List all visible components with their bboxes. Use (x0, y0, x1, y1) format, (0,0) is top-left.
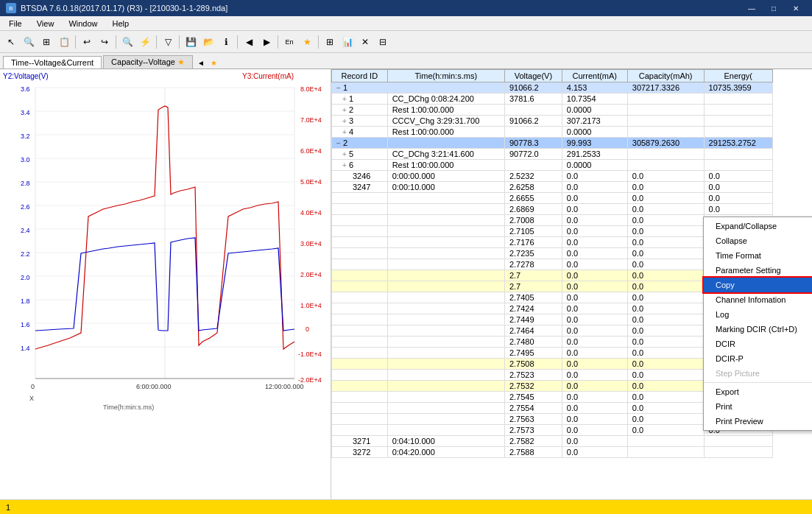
toolbar-btn-star[interactable]: ★ (299, 34, 315, 50)
menu-file[interactable]: File (3, 18, 28, 29)
ctx-dcir-p[interactable]: DCIR-P (704, 351, 812, 366)
menu-window[interactable]: Window (63, 18, 103, 29)
cell-energy (704, 116, 772, 127)
svg-text:Time(h:min:s.ms): Time(h:min:s.ms) (103, 404, 154, 411)
toolbar-btn-6[interactable]: ↪ (96, 34, 113, 50)
cell-energy: 0.0 (704, 171, 772, 182)
tab-bar: Time--Voltage&Current Capacity--Voltage … (0, 53, 812, 69)
toolbar-btn-right[interactable]: ▶ (258, 34, 275, 50)
cell-voltage: 2.5232 (504, 171, 562, 182)
table-row[interactable]: 3271 0:04:10.000 2.7582 0.0 (332, 436, 773, 447)
svg-text:12:00:00.000: 12:00:00.000 (265, 383, 304, 390)
cell-current: 0.0 (562, 436, 627, 447)
cell-voltage: 2.7573 (504, 425, 562, 436)
cell-current: 0.0 (562, 182, 627, 193)
table-row[interactable]: + 6 Rest 1:00:00.000 0.0000 (332, 160, 773, 171)
table-row[interactable]: 2.6869 0.0 0.0 0.0 (332, 204, 773, 215)
ctx-expand-collapse[interactable]: Expand/Collapse ▶ (704, 219, 812, 233)
tab-capacity-voltage[interactable]: Capacity--Voltage ★ (103, 55, 193, 68)
cell-capacity: 0.0 (627, 204, 704, 215)
table-row[interactable]: + 1 CC_DChg 0:08:24.200 3781.6 10.7354 (332, 94, 773, 105)
ctx-export[interactable]: Export (704, 384, 812, 399)
ctx-time-format[interactable]: Time Format ▶ (704, 248, 812, 263)
cell-time (387, 193, 504, 204)
toolbar-btn-info[interactable]: ℹ (218, 34, 234, 50)
table-row[interactable]: + 5 CC_DChg 3:21:41.600 90772.0 291.2533 (332, 149, 773, 160)
tab-star-add[interactable]: ★ (208, 57, 220, 68)
cell-current: 0.0000 (562, 160, 627, 171)
cell-voltage: 2.7588 (504, 447, 562, 458)
minimize-button[interactable]: — (741, 2, 762, 14)
toolbar-btn-5[interactable]: ↩ (79, 34, 95, 50)
cell-time (387, 370, 504, 381)
table-row[interactable]: + 2 Rest 1:00:00.000 0.0000 (332, 105, 773, 116)
toolbar-btn-open[interactable]: 📂 (200, 34, 216, 50)
table-row[interactable]: 2.6655 0.0 0.0 0.0 (332, 193, 773, 204)
toolbar-btn-2[interactable]: 🔍 (21, 34, 37, 50)
toolbar: ↖ 🔍 ⊞ 📋 ↩ ↪ 🔍 ⚡ ▽ 💾 📂 ℹ ◀ ▶ En ★ ⊞ 📊 ✕ ⊟ (0, 31, 812, 53)
cell-voltage: 2.7278 (504, 259, 562, 270)
toolbar-btn-1[interactable]: ↖ (3, 34, 19, 50)
cell-current: 0.0 (562, 381, 627, 392)
toolbar-btn-left[interactable]: ◀ (241, 34, 257, 50)
col-energy: Energy( (704, 70, 772, 82)
ctx-copy[interactable]: Copy ▶ (704, 278, 812, 292)
ctx-dcir[interactable]: DCIR (704, 337, 812, 351)
ctx-collapse[interactable]: Collapse (704, 233, 812, 248)
cell-capacity (627, 105, 704, 116)
svg-text:2.6: 2.6 (21, 203, 30, 211)
toolbar-btn-filter[interactable]: ▽ (160, 34, 176, 50)
cell-id (332, 226, 388, 237)
svg-text:2.4: 2.4 (21, 227, 30, 234)
table-row[interactable]: 3246 0:00:00.000 2.5232 0.0 0.0 0.0 (332, 171, 773, 182)
menu-bar: File View Window Help (0, 16, 812, 31)
ctx-print[interactable]: Print (704, 399, 812, 414)
tab-time-voltage[interactable]: Time--Voltage&Current (3, 56, 102, 68)
cell-time (387, 138, 504, 149)
toolbar-btn-table[interactable]: ⊟ (375, 34, 391, 50)
cell-capacity (627, 447, 704, 458)
ctx-log[interactable]: Log (704, 307, 812, 322)
ctx-print-preview[interactable]: Print Preview (704, 414, 812, 429)
table-row[interactable]: + 4 Rest 1:00:00.000 0.0000 (332, 127, 773, 138)
table-row[interactable]: + 3 CCCV_Chg 3:29:31.700 91066.2 307.217… (332, 116, 773, 127)
toolbar-btn-3[interactable]: ⊞ (38, 34, 54, 50)
toolbar-btn-save[interactable]: 💾 (183, 34, 199, 50)
cell-id (332, 325, 388, 337)
svg-text:2.2: 2.2 (21, 250, 30, 258)
toolbar-btn-4[interactable]: 📋 (56, 34, 72, 50)
toolbar-sep-1 (75, 35, 76, 49)
cell-voltage: 2.7176 (504, 237, 562, 248)
menu-help[interactable]: Help (107, 18, 135, 29)
close-button[interactable]: ✕ (785, 2, 806, 14)
ctx-marking-dcir[interactable]: Marking DCIR (Ctrl+D) (704, 322, 812, 337)
data-area[interactable]: Record ID Time(h:min:s.ms) Voltage(V) Cu… (331, 69, 812, 499)
table-row[interactable]: − 1 91066.2 4.153 307217.3326 10735.3959 (332, 82, 773, 94)
app-title: BTSDA 7.6.0.18(2017.01.17) (R3) - [21003… (21, 4, 227, 13)
toolbar-sep-6 (278, 35, 278, 49)
tab-arrow-left[interactable]: ◄ (194, 57, 208, 68)
cell-energy: 0.0 (704, 204, 772, 215)
window-controls[interactable]: — □ ✕ (741, 2, 806, 14)
table-row[interactable]: 3247 0:00:10.000 2.6258 0.0 0.0 0.0 (332, 182, 773, 193)
cell-voltage: 2.7523 (504, 370, 562, 381)
ctx-channel-info[interactable]: Channel Infomation (704, 292, 812, 307)
svg-text:3.4: 3.4 (21, 109, 30, 116)
toolbar-btn-x[interactable]: ✕ (357, 34, 373, 50)
cell-id (332, 414, 388, 425)
toolbar-btn-8[interactable]: ⚡ (137, 34, 153, 50)
toolbar-btn-7[interactable]: 🔍 (119, 34, 135, 50)
cell-voltage: 2.7464 (504, 325, 562, 337)
menu-view[interactable]: View (31, 18, 60, 29)
cell-current: 4.153 (562, 82, 627, 94)
toolbar-btn-chart[interactable]: 📊 (339, 34, 356, 50)
toolbar-btn-en[interactable]: En (281, 34, 297, 50)
svg-text:6.0E+4: 6.0E+4 (300, 147, 322, 155)
ctx-parameter-setting[interactable]: Parameter Setting ▶ (704, 263, 812, 278)
toolbar-btn-grid[interactable]: ⊞ (322, 34, 338, 50)
cell-capacity: 0.0 (627, 325, 704, 337)
cell-capacity: 0.0 (627, 237, 704, 248)
table-row[interactable]: − 2 90778.3 99.993 305879.2630 291253.27… (332, 138, 773, 149)
maximize-button[interactable]: □ (763, 2, 784, 14)
table-row[interactable]: 3272 0:04:20.000 2.7588 0.0 (332, 447, 773, 458)
